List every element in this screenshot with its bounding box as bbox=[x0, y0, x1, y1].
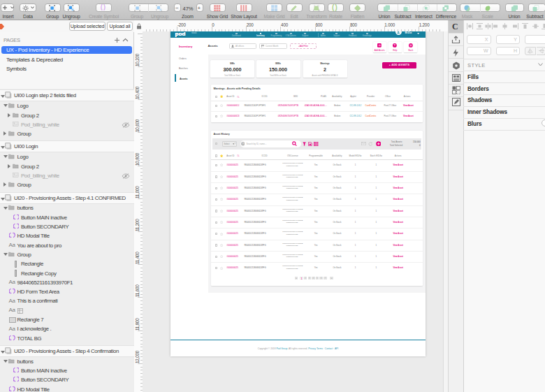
svg-text:?: ? bbox=[394, 43, 396, 47]
